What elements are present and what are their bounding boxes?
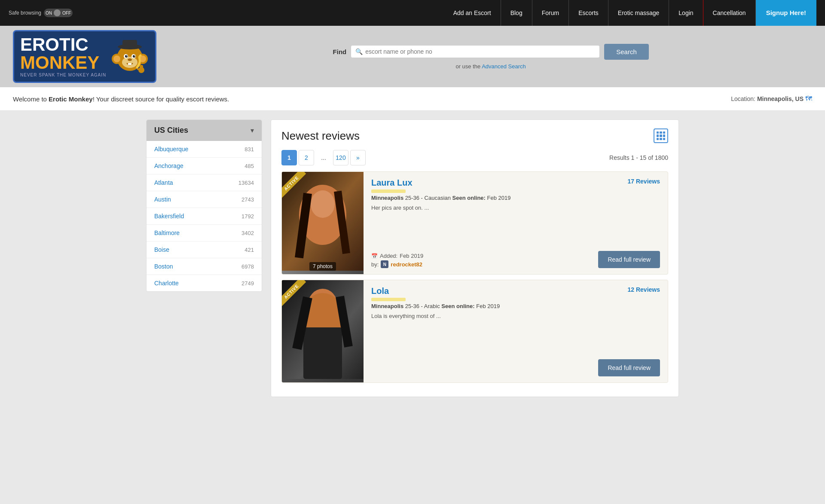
- nav-link-forum[interactable]: Forum: [532, 0, 569, 26]
- seen-date: Feb 2019: [476, 303, 500, 309]
- city-link-atlanta[interactable]: Atlanta: [154, 179, 173, 186]
- reviewer-icon: N: [381, 260, 388, 268]
- city-link-charlotte[interactable]: Charlotte: [154, 280, 179, 287]
- city-link-bakersfield[interactable]: Bakersfield: [154, 213, 184, 220]
- page-ellipsis: ...: [316, 150, 331, 165]
- city-link-albuquerque[interactable]: Albuquerque: [154, 146, 188, 153]
- svg-point-22: [311, 190, 335, 218]
- escort-name-link[interactable]: Laura Lux: [371, 178, 412, 188]
- calendar-icon: 📅: [371, 253, 378, 259]
- svg-rect-17: [140, 65, 143, 71]
- welcome-suffix: ! Your discreet source for quality escor…: [93, 95, 229, 103]
- photo-count: 7 photos: [309, 262, 336, 271]
- search-area: Find 🔍 Search or use the Advanced Search: [169, 44, 812, 70]
- added-label: Added:: [380, 253, 397, 259]
- city-count: 831: [244, 146, 254, 153]
- welcome-brand: Erotic Monkey: [49, 95, 93, 103]
- sidebar-title: US Cities: [154, 126, 188, 135]
- review-image-wrap: ACTIVE: [282, 280, 364, 382]
- city-count: 3402: [241, 230, 254, 236]
- city-link-boston[interactable]: Boston: [154, 263, 173, 270]
- safe-browsing-toggle[interactable]: ON OFF: [44, 9, 73, 17]
- city-link-austin[interactable]: Austin: [154, 196, 171, 203]
- escort-name-link[interactable]: Lola: [371, 286, 389, 296]
- review-count: 12 Reviews: [628, 286, 660, 293]
- active-badge-text: ACTIVE: [282, 172, 306, 198]
- nav-item-add-escort: Add an Escort: [444, 0, 501, 26]
- safe-browsing: Safe browsing ON OFF: [9, 9, 73, 17]
- escort-details: 25-36 - Arabic: [405, 303, 440, 309]
- reviewer-link[interactable]: redrocket82: [391, 261, 422, 268]
- chevron-down-icon[interactable]: ▾: [251, 126, 254, 134]
- nav-item-login: Login: [669, 0, 703, 26]
- logo-line2: MONKEY: [20, 54, 106, 72]
- nav-link-erotic-massage[interactable]: Erotic massage: [608, 0, 669, 26]
- nav-link-cancellation[interactable]: Cancellation: [703, 0, 756, 26]
- logo-tagline: NEVER SPANK THE MONKEY AGAIN: [20, 73, 106, 77]
- grid-cell: [660, 138, 662, 140]
- page-button-2[interactable]: 2: [299, 150, 314, 165]
- svg-point-10: [126, 55, 127, 56]
- advanced-prefix: or use the: [455, 63, 480, 70]
- review-snippet: Her pics are spot on. ...: [371, 205, 660, 211]
- nav-link-login[interactable]: Login: [669, 0, 703, 26]
- review-card: ACTIVE 7 photos Laura Lux 17 Reviews Min…: [281, 171, 668, 275]
- nav-link-add-escort[interactable]: Add an Escort: [444, 0, 501, 26]
- nav-item-signup: Signup Here!: [756, 0, 816, 26]
- nav-link-blog[interactable]: Blog: [501, 0, 532, 26]
- location-icon[interactable]: 🗺: [805, 95, 812, 102]
- city-count: 2749: [241, 280, 254, 287]
- active-badge-text: ACTIVE: [282, 280, 306, 306]
- review-footer: 📅 Added: Feb 2019 by: N redrocket82 Read…: [371, 251, 660, 268]
- seen-label: Seen online:: [452, 195, 486, 201]
- page-next-button[interactable]: »: [350, 150, 366, 165]
- seen-label: Seen online:: [441, 303, 474, 309]
- city-link-baltimore[interactable]: Baltimore: [154, 229, 180, 236]
- review-footer: Read full review: [371, 359, 660, 376]
- search-input[interactable]: [365, 48, 595, 55]
- search-button[interactable]: Search: [604, 44, 649, 60]
- list-item: Baltimore 3402: [147, 225, 262, 241]
- svg-point-9: [133, 55, 135, 58]
- sidebar-header: US Cities ▾: [147, 120, 262, 141]
- grid-cell: [660, 134, 662, 137]
- grid-cell: [663, 134, 665, 137]
- list-item: Bakersfield 1792: [147, 208, 262, 225]
- page-button-1[interactable]: 1: [281, 150, 297, 165]
- logo-area: EROTIC MONKEY NEVER SPANK THE MONKEY AGA…: [13, 30, 156, 83]
- advanced-search-link[interactable]: Advanced Search: [482, 63, 526, 70]
- city-count: 1792: [241, 213, 254, 220]
- escort-city: Minneapolis: [371, 195, 403, 201]
- added-date: Feb 2019: [400, 253, 423, 259]
- location-value: Minneapolis, US: [757, 95, 804, 102]
- read-full-review-button[interactable]: Read full review: [598, 359, 660, 376]
- rating-bar: [371, 298, 406, 301]
- read-full-review-button[interactable]: Read full review: [598, 251, 660, 268]
- city-link-anchorage[interactable]: Anchorage: [154, 162, 183, 169]
- nav-item-escorts: Escorts: [569, 0, 608, 26]
- review-body: Laura Lux 17 Reviews Minneapolis 25-36 -…: [364, 172, 668, 274]
- pagination-info: Results 1 - 15 of 1800: [609, 154, 668, 161]
- grid-cell: [660, 131, 662, 134]
- page-button-120[interactable]: 120: [333, 150, 348, 165]
- svg-point-5: [122, 57, 138, 68]
- nav-link-escorts[interactable]: Escorts: [569, 0, 608, 26]
- list-item: Atlanta 13634: [147, 174, 262, 191]
- search-row: Find 🔍 Search: [333, 44, 649, 60]
- nav-item-erotic-massage: Erotic massage: [608, 0, 669, 26]
- sidebar: US Cities ▾ Albuquerque 831 Anchorage 48…: [146, 119, 262, 292]
- active-ribbon: ACTIVE: [282, 280, 312, 310]
- list-item: Boston 6978: [147, 258, 262, 275]
- city-count: 6978: [241, 263, 254, 270]
- search-input-wrap: 🔍: [351, 45, 600, 58]
- grid-view-icon[interactable]: [654, 128, 668, 143]
- review-top: Lola 12 Reviews: [371, 286, 660, 296]
- nav-link-signup[interactable]: Signup Here!: [756, 0, 816, 26]
- city-link-boise[interactable]: Boise: [154, 246, 169, 253]
- reviews-section: Newest reviews 1 2 ... 120 » Results 1 -…: [271, 119, 679, 397]
- by-row: by: N redrocket82: [371, 260, 423, 268]
- list-item: Boise 421: [147, 241, 262, 258]
- header: EROTIC MONKEY NEVER SPANK THE MONKEY AGA…: [0, 26, 825, 87]
- on-label: ON: [46, 11, 52, 15]
- grid-cell: [663, 138, 665, 140]
